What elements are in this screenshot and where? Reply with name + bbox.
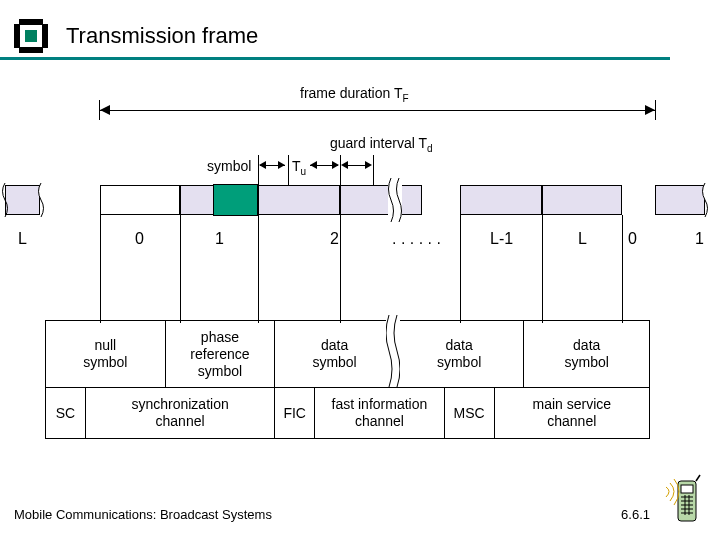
svg-rect-1 — [19, 47, 43, 53]
idx-2: 2 — [330, 230, 339, 248]
footer-text: Mobile Communications: Broadcast Systems — [14, 507, 272, 522]
page-title: Transmission frame — [66, 23, 258, 49]
cell-data-1: datasymbol — [275, 321, 395, 388]
cell-data-3: datasymbol — [524, 321, 649, 388]
idx-dots: . . . . . . — [392, 230, 441, 248]
diagram: frame duration TF guard interval Td symb… — [0, 70, 720, 490]
svg-line-14 — [696, 475, 700, 481]
cell-msc: MSC — [445, 388, 495, 438]
cell-fic: FIC — [275, 388, 315, 438]
cell-fic-ch: fast informationchannel — [315, 388, 445, 438]
idx-Lm1: L-1 — [490, 230, 513, 248]
cell-sc: SC — [46, 388, 86, 438]
cell-data-2: datasymbol — [395, 321, 525, 388]
idx-0: 0 — [135, 230, 144, 248]
symbol-track — [0, 185, 720, 215]
slide-number: 6.6.1 — [621, 507, 650, 522]
svg-rect-2 — [14, 24, 20, 48]
idx-0r: 0 — [628, 230, 637, 248]
idx-1r: 1 — [695, 230, 704, 248]
svg-rect-3 — [42, 24, 48, 48]
idx-L-left: L — [18, 230, 27, 248]
idx-1: 1 — [215, 230, 224, 248]
symbol-label: symbol — [207, 158, 251, 174]
cell-phase-ref: phasereferencesymbol — [166, 321, 276, 388]
phone-icon — [664, 473, 706, 528]
svg-rect-0 — [19, 19, 43, 25]
cell-null-symbol: nullsymbol — [46, 321, 166, 388]
svg-rect-4 — [25, 30, 37, 42]
frame-duration-label: frame duration TF — [300, 85, 409, 104]
channel-table: nullsymbol phasereferencesymbol datasymb… — [45, 320, 650, 439]
guard-interval-label: guard interval Td — [330, 135, 433, 154]
cell-msc-ch: main servicechannel — [495, 388, 649, 438]
logo-icon — [14, 19, 48, 53]
tu-label: Tu — [292, 158, 306, 177]
svg-rect-6 — [681, 485, 693, 493]
idx-L-right: L — [578, 230, 587, 248]
cell-sync-ch: synchronizationchannel — [86, 388, 275, 438]
